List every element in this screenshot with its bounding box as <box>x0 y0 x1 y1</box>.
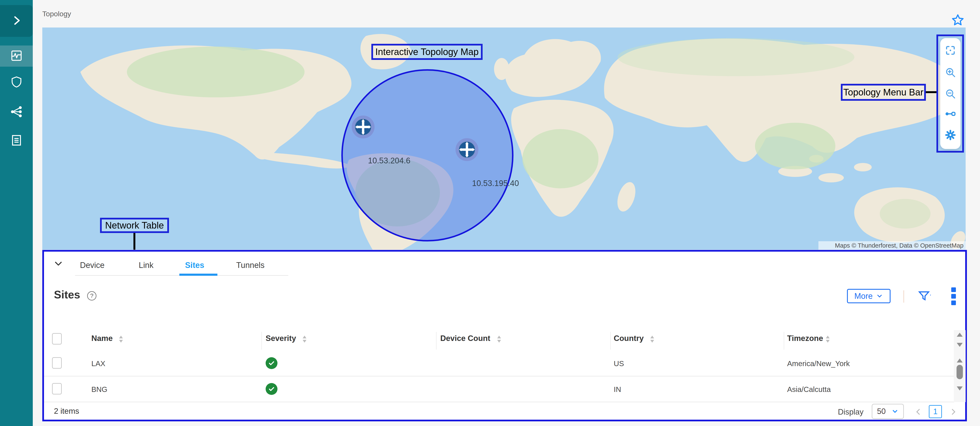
cell-name[interactable]: BNG <box>91 385 107 394</box>
sidebar <box>0 0 33 426</box>
chevron-right-icon <box>949 407 958 416</box>
display-label: Display <box>838 408 864 416</box>
link-mode-button[interactable] <box>945 108 956 120</box>
column-divider <box>436 332 436 349</box>
document-icon <box>10 134 23 147</box>
column-header-country[interactable]: Country <box>614 334 644 343</box>
zoom-in-button[interactable] <box>945 67 956 78</box>
tab-sites[interactable]: Sites <box>185 260 204 270</box>
more-button-label: More <box>854 292 873 301</box>
row-checkbox[interactable] <box>52 383 62 394</box>
collapse-table-button[interactable] <box>53 258 64 269</box>
breadcrumb: Topology <box>42 0 71 27</box>
cell-country: US <box>614 359 624 368</box>
scroll-down-icon[interactable] <box>957 343 963 347</box>
topology-page: Topology <box>0 0 980 426</box>
device-node[interactable] <box>455 138 479 161</box>
device-node[interactable] <box>352 115 375 139</box>
help-icon[interactable]: ? <box>87 291 96 300</box>
shield-icon <box>10 75 23 89</box>
column-header-device-count[interactable]: Device Count <box>440 334 490 343</box>
next-page-button[interactable] <box>949 407 958 417</box>
funnel-icon <box>918 289 932 303</box>
map-attribution: Maps © Thunderforest, Data © OpenStreetM… <box>818 241 966 250</box>
column-divider <box>610 332 611 349</box>
annotation-connector <box>926 91 937 93</box>
row-divider <box>44 376 954 377</box>
more-button[interactable]: More <box>847 289 891 303</box>
node-ip-label: 10.53.204.6 <box>368 156 410 165</box>
column-divider <box>261 332 262 349</box>
table-options-kebab[interactable] <box>951 287 956 305</box>
cell-country: IN <box>614 385 621 394</box>
zoom-out-button[interactable] <box>945 88 956 100</box>
page-size-select[interactable]: 50 <box>872 404 904 419</box>
network-table-annotation-label: Network Table <box>100 218 169 233</box>
column-header-name[interactable]: Name <box>91 334 113 343</box>
chevron-down-icon <box>891 408 899 415</box>
sort-icon[interactable] <box>651 336 654 343</box>
cell-name[interactable]: LAX <box>91 359 105 368</box>
sidebar-expand-button[interactable] <box>0 5 33 37</box>
prev-page-button[interactable] <box>914 407 923 417</box>
activity-icon <box>10 49 23 63</box>
row-divider <box>44 402 954 402</box>
items-count: 2 items <box>54 407 79 416</box>
tab-device[interactable]: Device <box>80 260 105 270</box>
chevron-down-icon <box>876 292 883 300</box>
tab-active-indicator <box>179 274 217 276</box>
sidebar-item-security[interactable] <box>0 72 33 93</box>
row-checkbox[interactable] <box>52 357 62 369</box>
column-header-severity[interactable]: Severity <box>266 334 296 343</box>
toolbar-divider <box>904 290 904 303</box>
sidebar-item-topology[interactable] <box>0 102 33 123</box>
column-header-timezone[interactable]: Timezone <box>787 334 823 343</box>
favorite-star-icon[interactable] <box>951 13 965 28</box>
tab-link[interactable]: Link <box>139 260 154 270</box>
scroll-down-icon[interactable] <box>957 386 963 391</box>
current-page[interactable]: 1 <box>929 405 942 418</box>
column-divider <box>784 332 784 349</box>
scrollbar-thumb[interactable] <box>956 365 963 379</box>
settings-gear-button[interactable] <box>945 129 956 141</box>
cell-timezone: Asia/Calcutta <box>787 385 831 394</box>
scroll-up-icon[interactable] <box>957 359 963 362</box>
select-all-checkbox[interactable] <box>52 333 62 345</box>
share-icon <box>10 105 23 119</box>
chevron-left-icon <box>914 407 923 416</box>
table-title: Sites <box>54 288 80 301</box>
topology-map[interactable]: 10.53.204.6 10.53.195.40 Interactive Top… <box>42 27 966 250</box>
sort-icon[interactable] <box>497 336 501 343</box>
menu-bar-annotation-label: Topology Menu Bar <box>841 84 926 101</box>
cell-timezone: America/New_York <box>787 359 850 368</box>
page-size-value: 50 <box>877 407 886 416</box>
tab-tunnels[interactable]: Tunnels <box>236 260 264 270</box>
fit-screen-button[interactable] <box>945 45 956 56</box>
sort-icon[interactable] <box>119 336 123 343</box>
sidebar-item-reports[interactable] <box>0 130 33 151</box>
sort-icon[interactable] <box>303 336 306 343</box>
annotation-connector <box>134 233 135 250</box>
chevron-right-icon <box>10 14 22 27</box>
severity-ok-icon <box>266 357 277 369</box>
node-ip-label: 10.53.195.40 <box>472 179 519 188</box>
map-annotation-label: Interactive Topology Map <box>371 44 483 60</box>
scroll-up-icon[interactable] <box>957 333 963 337</box>
filter-button[interactable] <box>918 289 932 304</box>
sidebar-item-monitoring[interactable] <box>0 46 33 67</box>
sort-icon[interactable] <box>826 336 829 343</box>
severity-ok-icon <box>266 383 277 395</box>
topology-cluster-circle[interactable] <box>341 69 514 241</box>
table-scrollbar[interactable] <box>954 330 966 402</box>
